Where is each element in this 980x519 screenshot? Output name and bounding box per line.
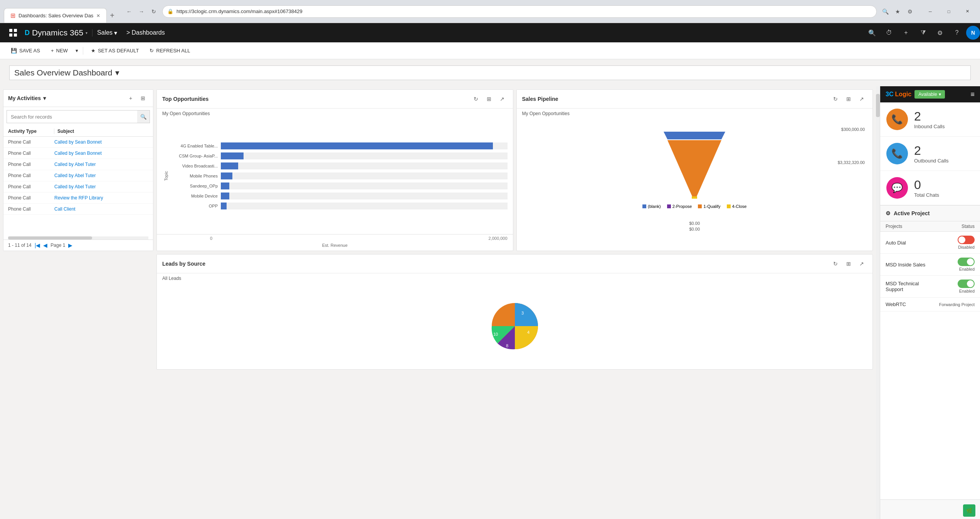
autodial-project-status: Disabled [936, 236, 975, 249]
dashboard-row-2: Leads by Source ↻ ⊞ ↗ All Leads [3, 254, 873, 370]
new-tab-button[interactable]: + [107, 8, 118, 23]
bar-fill [221, 182, 229, 189]
minimize-button[interactable]: ─ [921, 5, 939, 18]
prev-page-button[interactable]: ◀ [43, 242, 47, 248]
extensions-button[interactable]: ⚙ [904, 6, 915, 17]
legend-dot-propose [667, 204, 671, 208]
grid-leads-button[interactable]: ⊞ [843, 258, 854, 269]
activity-subject-cell[interactable]: Called by Sean Bonnet [54, 151, 148, 156]
refresh-button[interactable]: ↻ [148, 6, 159, 17]
set-default-button[interactable]: ★ SET AS DEFAULT [86, 44, 143, 58]
active-tab[interactable]: ⊞ Dashboards: Sales Overview Das ✕ [4, 8, 107, 23]
browser-controls: ← → ↻ [124, 6, 159, 17]
expand-opportunities-button[interactable]: ↗ [497, 94, 508, 104]
horizontal-scrollbar[interactable] [8, 236, 148, 239]
funnel-legend: (blank) 2-Propose 1-Qualify 4-Close [642, 204, 746, 209]
insidesales-project-status: Enabled [936, 258, 975, 271]
webrtc-project-name: WebRTC [886, 301, 936, 307]
svg-marker-4 [664, 132, 725, 139]
avatar[interactable]: N [966, 26, 980, 40]
bar-label: Mobile Device [171, 194, 218, 198]
opportunities-widget-actions: ↻ ⊞ ↗ [471, 94, 508, 104]
project-row-techsupport: MSD Technical Support Enabled [880, 276, 980, 298]
bookmarks-button[interactable]: ★ [892, 6, 903, 17]
activity-subject-cell[interactable]: Call Client [54, 206, 148, 212]
activity-subject-cell[interactable]: Called by Sean Bonnet [54, 139, 148, 145]
projects-col-header: Projects [886, 224, 944, 229]
outbound-calls-icon[interactable]: 📞 [886, 143, 908, 164]
tab-close-button[interactable]: ✕ [96, 13, 100, 18]
techsupport-toggle-slider [958, 280, 975, 288]
techsupport-toggle[interactable] [958, 280, 975, 288]
refresh-leads-button[interactable]: ↻ [830, 258, 841, 269]
insidesales-toggle[interactable] [958, 258, 975, 266]
opportunities-chart-area: Topic 4G Enabled Table... CSM Group- Asi… [157, 118, 513, 231]
expand-pipeline-button[interactable]: ↗ [856, 94, 867, 104]
phone-out-icon: 📞 [891, 148, 903, 159]
filter-icon[interactable]: ⧩ [915, 23, 931, 42]
sidebar-menu-icon[interactable]: ≡ [970, 90, 975, 99]
total-chats-icon[interactable]: 💬 [886, 177, 908, 199]
tab-title: Dashboards: Sales Overview Das [18, 13, 93, 18]
inbound-calls-icon[interactable]: 📞 [886, 109, 908, 130]
grid-opportunities-button[interactable]: ⊞ [484, 94, 494, 104]
active-project-title: Active Project [894, 210, 930, 216]
x-axis-ticks: 0 2,000,000 [157, 234, 513, 241]
activity-type-cell: Phone Call [8, 173, 54, 178]
sidebar-footer-icon[interactable]: 🌿 [963, 504, 975, 517]
search-bar-icon[interactable]: 🔍 [864, 23, 880, 42]
grid-view-button[interactable]: ⊞ [138, 93, 148, 104]
refresh-opportunities-button[interactable]: ↻ [471, 94, 481, 104]
new-dropdown-button[interactable]: ▾ [74, 45, 80, 56]
activity-subject-cell[interactable]: Called by Abel Tuter [54, 184, 148, 189]
activity-type-cell: Phone Call [8, 139, 54, 145]
bar-fill [221, 172, 232, 179]
refresh-pipeline-button[interactable]: ↻ [830, 94, 841, 104]
refresh-all-button[interactable]: ↻ REFRESH ALL [145, 44, 195, 58]
close-button[interactable]: ✕ [958, 5, 976, 18]
activity-subject-cell[interactable]: Called by Abel Tuter [54, 173, 148, 178]
grid-pipeline-button[interactable]: ⊞ [843, 94, 854, 104]
save-as-button[interactable]: 💾 SAVE AS [6, 44, 45, 58]
recent-records-icon[interactable]: ⏱ [881, 23, 897, 42]
breadcrumb-text: Dashboards [131, 29, 165, 36]
forward-button[interactable]: → [136, 6, 147, 17]
search-input[interactable] [7, 112, 137, 122]
help-icon[interactable]: ? [949, 23, 965, 42]
outbound-calls-count: 2 [914, 144, 949, 158]
browser-search-button[interactable]: 🔍 [880, 6, 891, 17]
activity-subject-cell[interactable]: Called by Abel Tuter [54, 162, 148, 167]
maximize-button[interactable]: □ [940, 5, 958, 18]
app-module[interactable]: Sales ▾ [92, 29, 122, 37]
activity-type-cell: Phone Call [8, 162, 54, 167]
dashboard-scrollbar[interactable] [876, 86, 880, 519]
my-activities-header: My Activities ▾ + ⊞ [3, 90, 153, 107]
table-row: Phone Call Called by Abel Tuter [3, 181, 153, 193]
next-page-button[interactable]: ▶ [68, 242, 72, 248]
first-page-button[interactable]: |◀ [35, 242, 40, 248]
bar-row: CSM Group- AsiaP... [171, 152, 508, 159]
app-name[interactable]: D Dynamics 365 ▾ [20, 28, 92, 37]
search-submit-button[interactable]: 🔍 [137, 110, 150, 123]
autodial-toggle[interactable] [958, 236, 975, 244]
logo-3c-text: 3C [886, 91, 893, 98]
create-quick-icon[interactable]: + [898, 23, 914, 42]
leads-widget-header: Leads by Source ↻ ⊞ ↗ [157, 254, 872, 273]
available-button[interactable]: Available ▾ [914, 90, 945, 99]
expand-leads-button[interactable]: ↗ [856, 258, 867, 269]
app-grid-button[interactable] [6, 26, 20, 40]
funnel-legend-qualify: 1-Qualify [698, 204, 720, 209]
my-activities-title[interactable]: My Activities ▾ [8, 95, 46, 101]
bar-row: Video Broadcasti... [171, 162, 508, 169]
add-activity-button[interactable]: + [125, 93, 136, 104]
browser-tabs: ⊞ Dashboards: Sales Overview Das ✕ + [4, 0, 118, 23]
back-button[interactable]: ← [124, 6, 134, 17]
dashboard-title-select[interactable]: Sales Overview Dashboard ▾ [9, 65, 971, 80]
legend-label-close: 4-Close [732, 204, 747, 209]
address-bar[interactable]: 🔒 https://3clogic.crm.dynamics.com/main.… [162, 5, 877, 18]
activity-subject-cell[interactable]: Review the RFP Library [54, 195, 148, 201]
bar-label: Mobile Phones [171, 174, 218, 178]
settings-icon[interactable]: ⚙ [932, 23, 948, 42]
bar-track [221, 172, 508, 179]
new-button[interactable]: + NEW [46, 44, 72, 58]
